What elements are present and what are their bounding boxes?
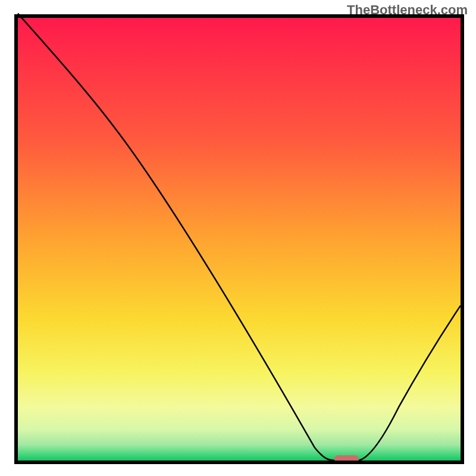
plot-background: [18, 18, 461, 461]
bottleneck-chart: [0, 0, 476, 476]
watermark-text: TheBottleneck.com: [347, 2, 468, 18]
